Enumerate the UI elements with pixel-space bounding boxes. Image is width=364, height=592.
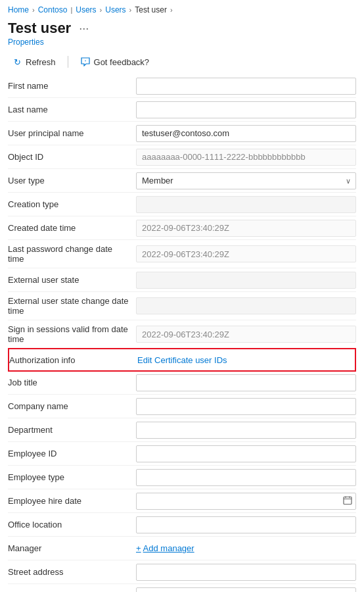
page-title: Test user bbox=[8, 20, 71, 37]
form-row-ext-user-state: External user state bbox=[8, 268, 356, 292]
value-object-id bbox=[136, 146, 356, 168]
label-city: City bbox=[8, 587, 136, 592]
page-header: Test user ··· Properties bbox=[0, 17, 364, 51]
breadcrumb-sep-2: › bbox=[100, 6, 102, 14]
form-row-hire-date: Employee hire date bbox=[8, 489, 356, 513]
refresh-button[interactable]: ↻ Refresh bbox=[8, 55, 60, 69]
form-row-user-type: User type Member Guest ∨ bbox=[8, 169, 356, 193]
label-ext-user-state: External user state bbox=[8, 271, 136, 289]
label-user-type: User type bbox=[8, 172, 136, 189]
add-manager-link[interactable]: + Add manager bbox=[136, 543, 356, 553]
label-sign-in: Sign in sessions valid from date time bbox=[8, 320, 136, 348]
breadcrumb-test-user: Test user bbox=[135, 5, 167, 14]
form-row-street-address: Street address bbox=[8, 560, 356, 584]
refresh-label: Refresh bbox=[26, 57, 56, 67]
input-first-name[interactable] bbox=[136, 78, 356, 95]
edit-certificate-link[interactable]: Edit Certificate user IDs bbox=[137, 355, 227, 365]
form-row-office-location: Office location bbox=[8, 513, 356, 537]
label-job-title: Job title bbox=[8, 374, 136, 391]
breadcrumb-sep-1: | bbox=[70, 6, 72, 14]
value-last-name bbox=[136, 99, 356, 121]
breadcrumb-home[interactable]: Home bbox=[8, 5, 29, 14]
page-subtitle: Properties bbox=[8, 37, 356, 47]
label-last-pw: Last password change date time bbox=[8, 240, 136, 268]
form-row-manager: Manager + Add manager bbox=[8, 537, 356, 560]
value-job-title bbox=[136, 372, 356, 394]
value-department bbox=[136, 419, 356, 441]
input-city[interactable] bbox=[136, 587, 356, 593]
breadcrumb-contoso[interactable]: Contoso bbox=[38, 5, 68, 14]
label-company-name: Company name bbox=[8, 397, 136, 415]
value-employee-type bbox=[136, 466, 356, 489]
value-street-address bbox=[136, 561, 356, 583]
value-auth-info: Edit Certificate user IDs bbox=[137, 353, 355, 368]
toolbar-divider bbox=[68, 56, 68, 68]
value-creation-type bbox=[136, 193, 356, 216]
input-department[interactable] bbox=[136, 422, 356, 439]
input-upn[interactable] bbox=[136, 125, 356, 142]
form-row-department: Department bbox=[8, 418, 356, 442]
label-manager: Manager bbox=[8, 539, 136, 557]
form-container: First name Last name User principal name… bbox=[0, 74, 364, 592]
label-employee-id: Employee ID bbox=[8, 445, 136, 462]
feedback-label: Got feedback? bbox=[94, 57, 150, 67]
feedback-icon bbox=[80, 57, 91, 67]
breadcrumb-sep-0: › bbox=[32, 6, 35, 14]
input-sign-in bbox=[136, 326, 356, 343]
form-row-upn: User principal name bbox=[8, 122, 356, 145]
input-employee-type[interactable] bbox=[136, 469, 356, 486]
label-first-name: First name bbox=[8, 77, 136, 95]
feedback-button[interactable]: Got feedback? bbox=[76, 55, 154, 69]
value-hire-date bbox=[136, 490, 356, 512]
input-job-title[interactable] bbox=[136, 374, 356, 391]
form-row-last-name: Last name bbox=[8, 98, 356, 122]
value-manager: + Add manager bbox=[136, 541, 356, 556]
form-row-job-title: Job title bbox=[8, 371, 356, 395]
form-row-employee-id: Employee ID bbox=[8, 442, 356, 466]
input-object-id bbox=[136, 149, 356, 166]
breadcrumb: Home › Contoso | Users › Users › Test us… bbox=[0, 0, 364, 17]
value-user-type: Member Guest ∨ bbox=[136, 170, 356, 192]
value-upn bbox=[136, 122, 356, 145]
label-creation-type: Creation type bbox=[8, 195, 136, 213]
value-ext-user-state-change bbox=[136, 295, 356, 317]
value-company-name bbox=[136, 395, 356, 418]
label-office-location: Office location bbox=[8, 516, 136, 533]
breadcrumb-sep-3: › bbox=[129, 6, 132, 14]
form-row-auth-info: Authorization info Edit Certificate user… bbox=[8, 348, 356, 372]
select-user-type[interactable]: Member Guest bbox=[136, 172, 356, 189]
input-last-name[interactable] bbox=[136, 101, 356, 118]
breadcrumb-users-2[interactable]: Users bbox=[105, 5, 125, 14]
label-employee-type: Employee type bbox=[8, 468, 136, 486]
refresh-icon: ↻ bbox=[12, 57, 22, 67]
value-sign-in bbox=[136, 323, 356, 345]
input-company-name[interactable] bbox=[136, 398, 356, 415]
label-object-id: Object ID bbox=[8, 148, 136, 166]
label-department: Department bbox=[8, 421, 136, 439]
add-icon: + bbox=[136, 543, 141, 553]
input-last-pw bbox=[136, 245, 356, 262]
more-options-button[interactable]: ··· bbox=[76, 20, 91, 37]
breadcrumb-sep-4: › bbox=[170, 6, 173, 14]
input-hire-date[interactable] bbox=[136, 493, 356, 510]
form-row-created-date: Created date time bbox=[8, 216, 356, 240]
form-row-employee-type: Employee type bbox=[8, 466, 356, 489]
value-city bbox=[136, 585, 356, 593]
input-created-date bbox=[136, 220, 356, 237]
form-row-city: City bbox=[8, 584, 356, 592]
label-last-name: Last name bbox=[8, 101, 136, 118]
form-row-sign-in: Sign in sessions valid from date time bbox=[8, 320, 356, 349]
input-employee-id[interactable] bbox=[136, 445, 356, 462]
value-created-date bbox=[136, 217, 356, 239]
label-ext-user-state-change: External user state change date time bbox=[8, 292, 136, 320]
label-hire-date: Employee hire date bbox=[8, 492, 136, 510]
breadcrumb-users-1[interactable]: Users bbox=[76, 5, 96, 14]
label-created-date: Created date time bbox=[8, 219, 136, 237]
input-street-address[interactable] bbox=[136, 564, 356, 581]
value-first-name bbox=[136, 75, 356, 97]
value-office-location bbox=[136, 514, 356, 536]
input-office-location[interactable] bbox=[136, 516, 356, 533]
value-employee-id bbox=[136, 443, 356, 465]
value-ext-user-state bbox=[136, 269, 356, 291]
form-row-ext-user-state-change: External user state change date time bbox=[8, 292, 356, 320]
